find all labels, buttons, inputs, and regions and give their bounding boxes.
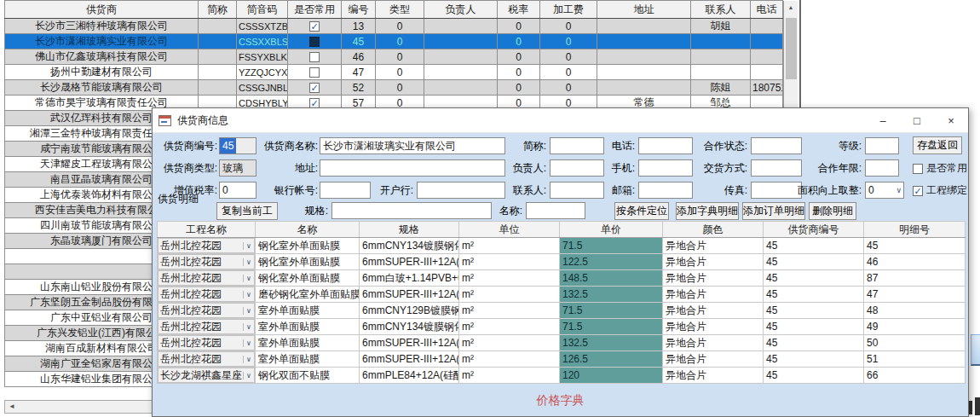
cell-price[interactable]: 132.5	[560, 335, 663, 351]
cell-unit[interactable]: m²	[459, 254, 560, 270]
cell-detail-id[interactable]: 45	[864, 238, 966, 254]
cell-common[interactable]	[288, 34, 342, 49]
checkbox-icon[interactable]	[913, 164, 923, 174]
cell-detail-id[interactable]: 47	[864, 287, 966, 303]
chevron-down-icon[interactable]: ∨	[243, 258, 254, 266]
cell-detail-id[interactable]: 48	[864, 303, 966, 319]
cell-type[interactable]: 0	[376, 49, 424, 65]
col-header-code[interactable]: 简音码	[237, 1, 288, 19]
cell-name[interactable]: 室外单面贴膜	[256, 303, 360, 319]
minimize-button[interactable]: –	[866, 108, 900, 133]
cell-supplier-id[interactable]: 45	[764, 287, 864, 303]
cell-name[interactable]: 室外单面贴膜	[256, 335, 360, 351]
cell-supplier-id[interactable]: 45	[764, 254, 864, 270]
col-header-project[interactable]: 工程名称	[158, 222, 256, 238]
cell-color[interactable]: 异地合片	[663, 303, 764, 319]
cell-code[interactable]: CSSGJNBLYXGS	[237, 80, 288, 96]
bank-branch-input[interactable]	[417, 182, 505, 199]
project-combobox[interactable]: 岳州北控花园∨	[158, 335, 256, 351]
detail-row[interactable]: 岳州北控花园∨ 室外单面贴膜 6mmSUPER-III+12A(硅... m² …	[158, 351, 966, 368]
project-combobox[interactable]: 岳州北控花园∨	[158, 351, 256, 368]
cell-code[interactable]: YZZQJCYXGS	[237, 65, 288, 80]
dialog-titlebar[interactable]: 供货商信息 – □ ×	[153, 108, 968, 133]
supplier-type-input[interactable]: 玻璃	[219, 159, 257, 177]
cell-fee[interactable]: 0	[540, 49, 597, 65]
cell-manager[interactable]	[424, 49, 498, 65]
cell-contact[interactable]: 陈姐	[691, 80, 751, 96]
cell-manager[interactable]	[424, 34, 498, 49]
project-combobox[interactable]: 岳州北控花园∨	[158, 287, 256, 303]
cell-supplier-id[interactable]: 45	[764, 351, 864, 368]
cell-spec[interactable]: 6mmCNY134镀膜钢化	[360, 238, 459, 254]
col-header-supplier[interactable]: 供货商	[5, 1, 199, 19]
cell-manager[interactable]	[424, 19, 498, 34]
cell-address[interactable]	[597, 80, 691, 96]
delivery-method-input[interactable]	[751, 159, 802, 177]
col-header-shortname[interactable]: 简称	[199, 1, 237, 19]
cell-shortname[interactable]	[199, 80, 237, 96]
cell-price[interactable]: 148.5	[560, 270, 663, 287]
cell-code[interactable]: CSSXXBLSY..	[237, 34, 288, 49]
checkbox-icon[interactable]	[309, 21, 320, 32]
delete-detail-button[interactable]: 删除明细	[809, 202, 856, 220]
col-header-color[interactable]: 颜色	[663, 222, 764, 238]
scroll-up-icon[interactable]: ▲	[784, 1, 798, 14]
cell-supplier-id[interactable]: 45	[764, 319, 864, 335]
cell-supplier-id[interactable]: 45	[764, 270, 864, 287]
cell-id[interactable]: 47	[342, 65, 376, 80]
cell-price[interactable]: 71.5	[560, 238, 663, 254]
cell-color[interactable]: 异地合片	[663, 287, 764, 303]
cell-common[interactable]	[288, 80, 342, 96]
col-header-spec[interactable]: 规格	[360, 222, 459, 238]
supplier-row[interactable]: 长沙晟格节能玻璃有限公司 CSSGJNBLYXGS 52 0 0 0 陈姐 18…	[5, 80, 783, 96]
detail-row[interactable]: 岳州北控花园∨ 室外单面贴膜 6mmCNY134镀膜钢化 m² 71.5 异地合…	[158, 319, 966, 335]
vat-rate-input[interactable]: 0	[219, 182, 257, 199]
cell-price[interactable]: 120	[560, 368, 663, 384]
cell-spec[interactable]: 6mmCNY134镀膜钢化	[360, 319, 459, 335]
cell-phone[interactable]	[751, 49, 783, 65]
horizontal-scrollbar[interactable]: ◄	[4, 400, 153, 414]
cell-code[interactable]: FSSYXBLKJ..	[237, 49, 288, 65]
close-button[interactable]: ×	[934, 108, 968, 133]
cell-unit[interactable]: m²	[459, 270, 560, 287]
cell-id[interactable]: 46	[342, 49, 376, 65]
project-combobox[interactable]: 岳州北控花园∨	[158, 270, 256, 287]
cell-color[interactable]: 异地合片	[663, 254, 764, 270]
chevron-down-icon[interactable]: ∨	[243, 372, 254, 379]
cell-phone[interactable]	[751, 65, 783, 80]
cell-type[interactable]: 0	[376, 34, 424, 49]
cell-unit[interactable]: m²	[459, 368, 560, 384]
cell-supplier-id[interactable]: 45	[764, 335, 864, 351]
col-header-type[interactable]: 类型	[376, 1, 424, 19]
project-combobox[interactable]: 长沙龙湖祺鑫星座∨	[158, 368, 256, 384]
cell-common[interactable]	[288, 19, 342, 34]
cell-detail-id[interactable]: 87	[864, 270, 966, 287]
cell-address[interactable]	[597, 34, 691, 49]
cell-spec[interactable]: 6mmSUPER-III+12A(硅...	[360, 287, 459, 303]
detail-row[interactable]: 岳州北控花园∨ 钢化室外单面贴膜 6mm白玻+1.14PVB+6mm... m²…	[158, 270, 966, 287]
cell-fee[interactable]: 0	[540, 34, 597, 49]
cell-manager[interactable]	[424, 65, 498, 80]
scrollbar-thumb[interactable]	[786, 18, 797, 79]
checkbox-icon[interactable]	[309, 83, 320, 93]
col-header-detail-id[interactable]: 明细号	[864, 222, 966, 238]
cell-tax[interactable]: 0	[498, 34, 540, 49]
cell-color[interactable]: 异地合片	[663, 319, 764, 335]
cell-color[interactable]: 异地合片	[663, 270, 764, 287]
cell-detail-id[interactable]: 49	[864, 319, 966, 335]
cell-id[interactable]: 45	[342, 34, 376, 49]
supplier-row[interactable]: 佛山市亿鑫玻璃科技有限公司 FSSYXBLKJ.. 46 0 0 0	[5, 49, 783, 65]
cell-price[interactable]: 126.5	[560, 351, 663, 368]
supplier-id-input[interactable]: 45	[219, 137, 257, 154]
detail-row[interactable]: 岳州北控花园∨ 磨砂钢化室外单面贴膜 6mmSUPER-III+12A(硅...…	[158, 287, 966, 303]
project-combobox[interactable]: 岳州北控花园∨	[158, 254, 256, 270]
cell-supplier-id[interactable]: 45	[764, 303, 864, 319]
cell-supplier-id[interactable]: 45	[764, 368, 864, 384]
detail-row[interactable]: 岳州北控花园∨ 室外单面贴膜 6mmSUPER-III+12A(硅... m² …	[158, 335, 966, 351]
cell-supplier-id[interactable]: 45	[764, 238, 864, 254]
col-header-name[interactable]: 名称	[256, 222, 360, 238]
coop-years-input[interactable]	[865, 159, 899, 177]
checkbox-icon[interactable]	[913, 186, 923, 196]
checkbox-icon[interactable]	[309, 67, 320, 78]
grade-input[interactable]	[865, 137, 899, 154]
